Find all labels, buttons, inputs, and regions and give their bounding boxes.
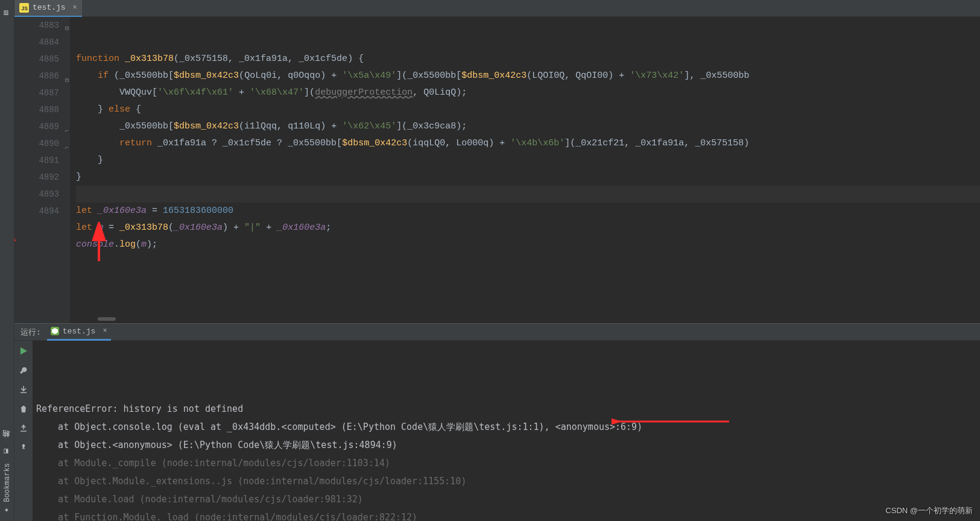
line-number: 4891 <box>14 152 59 169</box>
line-number: 4892 <box>14 169 59 186</box>
console-line: at Object.Module._extensions..js (node:i… <box>36 472 976 490</box>
run-panel-header: 运行: test.js × <box>14 324 980 341</box>
code-line[interactable]: _0x5500bb[$dbsm_0x42c3(i1lQqq, q110Lq) +… <box>76 118 980 135</box>
wrench-icon[interactable] <box>18 365 29 376</box>
line-number: 4886 <box>14 68 59 84</box>
run-panel-body: ReferenceError: history is not defined a… <box>14 341 980 521</box>
close-icon[interactable]: × <box>103 327 107 335</box>
file-tab-label: test.js <box>33 3 66 12</box>
left-tool-strip: ▤ 项目 ◧ 结构 ★ Bookmarks <box>0 0 14 521</box>
editor-tab-bar: JS test.js × <box>14 0 980 17</box>
run-tab-test-js[interactable]: test.js × <box>47 324 111 341</box>
console-output[interactable]: ReferenceError: history is not defined a… <box>33 341 980 521</box>
line-number: 4883 <box>14 17 59 34</box>
code-editor[interactable]: ⊟ ⊟ ⌐ ⌐ 48834884488548864887488848894890… <box>14 17 980 323</box>
code-line[interactable] <box>76 186 980 203</box>
console-line: at Module.load (node:internal/modules/cj… <box>36 490 976 508</box>
run-button[interactable] <box>18 346 29 356</box>
console-line: ReferenceError: history is not defined <box>36 400 976 418</box>
line-number: 4889 <box>14 118 59 135</box>
bookmark-icon: ★ <box>3 507 11 515</box>
main-column: JS test.js × ⊟ ⊟ ⌐ ⌐ 4883488448854886488… <box>14 0 980 521</box>
line-number: 4888 <box>14 101 59 118</box>
svg-marker-0 <box>52 328 58 334</box>
line-number: 4884 <box>14 34 59 51</box>
fold-marker[interactable]: ⊟ <box>63 21 69 27</box>
annotation-arrow <box>557 397 732 452</box>
line-number: 4885 <box>14 51 59 68</box>
sidebar-tab-structure[interactable]: ◧ 结构 <box>1 440 13 459</box>
js-file-icon: JS <box>19 3 29 13</box>
line-number: 4893 <box>14 186 59 203</box>
download-icon[interactable] <box>18 384 29 395</box>
export-icon[interactable] <box>18 423 29 434</box>
code-line[interactable]: let m = _0x313b78(_0x160e3a) + "|" + _0x… <box>76 219 980 236</box>
fold-end-marker[interactable]: ⌐ <box>63 123 69 129</box>
code-line[interactable]: function _0x313b78(_0x575158, _0x1fa91a,… <box>76 51 980 68</box>
sidebar-tab-project[interactable]: ▤ 项目 <box>1 1 13 21</box>
fold-marker[interactable]: ⊟ <box>63 72 69 78</box>
code-area[interactable]: function _0x313b78(_0x575158, _0x1fa91a,… <box>70 17 980 323</box>
code-line[interactable]: console.log(m); <box>76 236 980 253</box>
run-tab-label: test.js <box>63 327 96 336</box>
line-number: 4890 <box>14 135 59 152</box>
console-line: at Function.Module._load (node:internal/… <box>36 508 976 521</box>
run-toolbar <box>14 341 33 521</box>
code-line[interactable]: return _0x1fa91a ? _0x1cf5de ? _0x5500bb… <box>76 135 980 152</box>
pin-icon[interactable] <box>18 442 29 453</box>
trash-icon[interactable] <box>18 403 29 414</box>
line-number-gutter: ⊟ ⊟ ⌐ ⌐ 48834884488548864887488848894890… <box>14 17 70 323</box>
code-line[interactable]: if (_0x5500bb[$dbsm_0x42c3(QoLq0i, q0Oqq… <box>76 68 980 84</box>
run-label: 运行: <box>21 327 41 338</box>
code-line[interactable]: } <box>76 169 980 186</box>
run-panel: 运行: test.js × Referen <box>14 323 980 521</box>
code-line[interactable]: VWQQuv['\x6f\x4f\x61' + '\x68\x47'](debu… <box>76 84 980 101</box>
fold-column: ⊟ ⊟ ⌐ ⌐ <box>62 17 70 323</box>
project-icon: ▤ <box>2 9 11 17</box>
console-line: at Module._compile (node:internal/module… <box>36 454 976 472</box>
close-icon[interactable]: × <box>73 4 77 12</box>
code-line[interactable]: } else { <box>76 101 980 118</box>
console-line: at Object.console.log (eval at _0x434ddb… <box>36 418 976 436</box>
nodejs-icon <box>51 327 59 335</box>
line-number: 4887 <box>14 84 59 101</box>
svg-marker-1 <box>21 347 27 355</box>
code-line[interactable]: } <box>76 152 980 169</box>
sidebar-tab-bookmarks-label: Bookmarks <box>3 463 11 502</box>
console-line: at Object.<anonymous> (E:\Python Code\猿人… <box>36 436 976 454</box>
line-number: 4894 <box>14 203 59 219</box>
horizontal-scrollbar-thumb[interactable] <box>98 317 116 321</box>
file-tab-test-js[interactable]: JS test.js × <box>14 0 82 17</box>
code-line[interactable]: let _0x160e3a = 1653183600000 <box>76 203 980 219</box>
structure-icon: ◧ <box>2 447 11 456</box>
sidebar-tab-bookmarks[interactable]: ★ Bookmarks <box>2 459 13 519</box>
fold-end-marker[interactable]: ⌐ <box>63 140 69 146</box>
